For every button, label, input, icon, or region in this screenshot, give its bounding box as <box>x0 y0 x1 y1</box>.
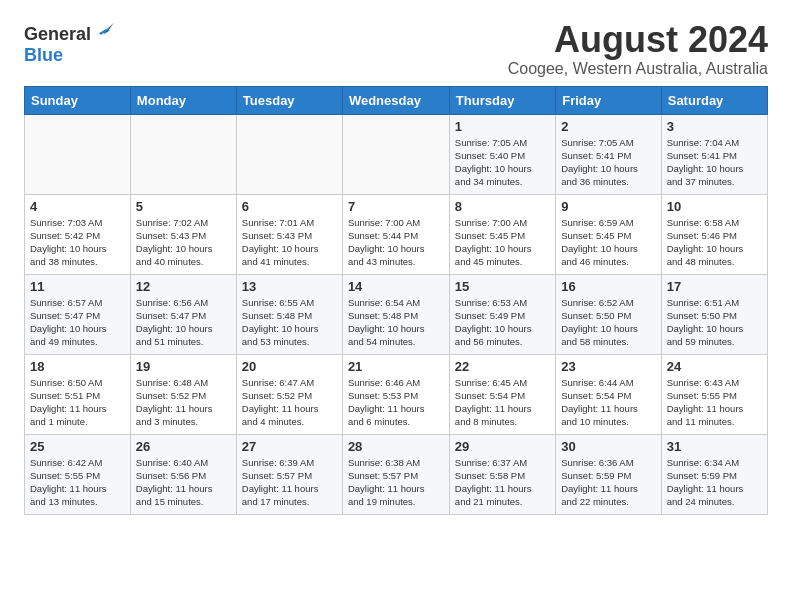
week-row-5: 25Sunrise: 6:42 AMSunset: 5:55 PMDayligh… <box>25 434 768 514</box>
header-day-tuesday: Tuesday <box>236 86 342 114</box>
calendar-table: SundayMondayTuesdayWednesdayThursdayFrid… <box>24 86 768 515</box>
day-detail: Sunrise: 6:59 AMSunset: 5:45 PMDaylight:… <box>561 216 656 269</box>
day-detail: Sunrise: 7:01 AMSunset: 5:43 PMDaylight:… <box>242 216 337 269</box>
day-cell: 25Sunrise: 6:42 AMSunset: 5:55 PMDayligh… <box>25 434 131 514</box>
day-cell: 30Sunrise: 6:36 AMSunset: 5:59 PMDayligh… <box>556 434 662 514</box>
day-detail: Sunrise: 6:57 AMSunset: 5:47 PMDaylight:… <box>30 296 125 349</box>
day-number: 3 <box>667 119 762 134</box>
header-day-monday: Monday <box>130 86 236 114</box>
day-number: 22 <box>455 359 550 374</box>
day-detail: Sunrise: 7:00 AMSunset: 5:45 PMDaylight:… <box>455 216 550 269</box>
day-detail: Sunrise: 6:47 AMSunset: 5:52 PMDaylight:… <box>242 376 337 429</box>
day-cell: 19Sunrise: 6:48 AMSunset: 5:52 PMDayligh… <box>130 354 236 434</box>
header: General Blue August 2024 Coogee, Western… <box>24 20 768 78</box>
day-cell: 17Sunrise: 6:51 AMSunset: 5:50 PMDayligh… <box>661 274 767 354</box>
day-detail: Sunrise: 6:56 AMSunset: 5:47 PMDaylight:… <box>136 296 231 349</box>
day-cell: 31Sunrise: 6:34 AMSunset: 5:59 PMDayligh… <box>661 434 767 514</box>
day-detail: Sunrise: 6:40 AMSunset: 5:56 PMDaylight:… <box>136 456 231 509</box>
day-cell: 28Sunrise: 6:38 AMSunset: 5:57 PMDayligh… <box>342 434 449 514</box>
day-cell: 14Sunrise: 6:54 AMSunset: 5:48 PMDayligh… <box>342 274 449 354</box>
day-number: 14 <box>348 279 444 294</box>
header-day-friday: Friday <box>556 86 662 114</box>
day-detail: Sunrise: 7:03 AMSunset: 5:42 PMDaylight:… <box>30 216 125 269</box>
day-number: 1 <box>455 119 550 134</box>
header-day-thursday: Thursday <box>449 86 555 114</box>
day-detail: Sunrise: 6:55 AMSunset: 5:48 PMDaylight:… <box>242 296 337 349</box>
day-cell: 10Sunrise: 6:58 AMSunset: 5:46 PMDayligh… <box>661 194 767 274</box>
day-detail: Sunrise: 6:39 AMSunset: 5:57 PMDaylight:… <box>242 456 337 509</box>
day-cell: 16Sunrise: 6:52 AMSunset: 5:50 PMDayligh… <box>556 274 662 354</box>
week-row-1: 1Sunrise: 7:05 AMSunset: 5:40 PMDaylight… <box>25 114 768 194</box>
day-cell: 24Sunrise: 6:43 AMSunset: 5:55 PMDayligh… <box>661 354 767 434</box>
day-detail: Sunrise: 7:02 AMSunset: 5:43 PMDaylight:… <box>136 216 231 269</box>
day-number: 18 <box>30 359 125 374</box>
day-detail: Sunrise: 7:05 AMSunset: 5:41 PMDaylight:… <box>561 136 656 189</box>
day-number: 5 <box>136 199 231 214</box>
day-cell: 27Sunrise: 6:39 AMSunset: 5:57 PMDayligh… <box>236 434 342 514</box>
day-number: 12 <box>136 279 231 294</box>
day-cell <box>25 114 131 194</box>
day-number: 16 <box>561 279 656 294</box>
day-cell: 13Sunrise: 6:55 AMSunset: 5:48 PMDayligh… <box>236 274 342 354</box>
week-row-4: 18Sunrise: 6:50 AMSunset: 5:51 PMDayligh… <box>25 354 768 434</box>
day-cell: 1Sunrise: 7:05 AMSunset: 5:40 PMDaylight… <box>449 114 555 194</box>
day-number: 24 <box>667 359 762 374</box>
day-number: 13 <box>242 279 337 294</box>
day-number: 8 <box>455 199 550 214</box>
day-cell: 4Sunrise: 7:03 AMSunset: 5:42 PMDaylight… <box>25 194 131 274</box>
day-cell <box>236 114 342 194</box>
day-cell: 6Sunrise: 7:01 AMSunset: 5:43 PMDaylight… <box>236 194 342 274</box>
day-number: 26 <box>136 439 231 454</box>
day-cell: 11Sunrise: 6:57 AMSunset: 5:47 PMDayligh… <box>25 274 131 354</box>
day-detail: Sunrise: 6:34 AMSunset: 5:59 PMDaylight:… <box>667 456 762 509</box>
day-number: 15 <box>455 279 550 294</box>
day-cell: 12Sunrise: 6:56 AMSunset: 5:47 PMDayligh… <box>130 274 236 354</box>
day-cell: 5Sunrise: 7:02 AMSunset: 5:43 PMDaylight… <box>130 194 236 274</box>
day-number: 21 <box>348 359 444 374</box>
day-number: 17 <box>667 279 762 294</box>
week-row-3: 11Sunrise: 6:57 AMSunset: 5:47 PMDayligh… <box>25 274 768 354</box>
header-row: SundayMondayTuesdayWednesdayThursdayFrid… <box>25 86 768 114</box>
day-cell <box>342 114 449 194</box>
day-cell: 2Sunrise: 7:05 AMSunset: 5:41 PMDaylight… <box>556 114 662 194</box>
header-day-wednesday: Wednesday <box>342 86 449 114</box>
logo-bird-icon <box>93 20 115 42</box>
day-detail: Sunrise: 6:52 AMSunset: 5:50 PMDaylight:… <box>561 296 656 349</box>
day-detail: Sunrise: 7:05 AMSunset: 5:40 PMDaylight:… <box>455 136 550 189</box>
day-cell: 26Sunrise: 6:40 AMSunset: 5:56 PMDayligh… <box>130 434 236 514</box>
day-cell: 15Sunrise: 6:53 AMSunset: 5:49 PMDayligh… <box>449 274 555 354</box>
day-number: 11 <box>30 279 125 294</box>
day-detail: Sunrise: 6:36 AMSunset: 5:59 PMDaylight:… <box>561 456 656 509</box>
day-number: 28 <box>348 439 444 454</box>
day-detail: Sunrise: 6:53 AMSunset: 5:49 PMDaylight:… <box>455 296 550 349</box>
day-number: 10 <box>667 199 762 214</box>
day-number: 29 <box>455 439 550 454</box>
day-number: 20 <box>242 359 337 374</box>
day-number: 27 <box>242 439 337 454</box>
day-detail: Sunrise: 6:48 AMSunset: 5:52 PMDaylight:… <box>136 376 231 429</box>
day-cell: 9Sunrise: 6:59 AMSunset: 5:45 PMDaylight… <box>556 194 662 274</box>
day-detail: Sunrise: 6:58 AMSunset: 5:46 PMDaylight:… <box>667 216 762 269</box>
day-cell: 20Sunrise: 6:47 AMSunset: 5:52 PMDayligh… <box>236 354 342 434</box>
day-cell: 8Sunrise: 7:00 AMSunset: 5:45 PMDaylight… <box>449 194 555 274</box>
day-detail: Sunrise: 6:43 AMSunset: 5:55 PMDaylight:… <box>667 376 762 429</box>
day-cell <box>130 114 236 194</box>
day-number: 9 <box>561 199 656 214</box>
calendar-title: August 2024 <box>508 20 768 60</box>
day-cell: 29Sunrise: 6:37 AMSunset: 5:58 PMDayligh… <box>449 434 555 514</box>
logo-blue-text: Blue <box>24 45 63 65</box>
day-cell: 18Sunrise: 6:50 AMSunset: 5:51 PMDayligh… <box>25 354 131 434</box>
svg-marker-1 <box>103 22 113 34</box>
day-number: 25 <box>30 439 125 454</box>
day-detail: Sunrise: 6:38 AMSunset: 5:57 PMDaylight:… <box>348 456 444 509</box>
day-detail: Sunrise: 6:42 AMSunset: 5:55 PMDaylight:… <box>30 456 125 509</box>
day-number: 6 <box>242 199 337 214</box>
day-detail: Sunrise: 6:44 AMSunset: 5:54 PMDaylight:… <box>561 376 656 429</box>
day-detail: Sunrise: 6:37 AMSunset: 5:58 PMDaylight:… <box>455 456 550 509</box>
day-cell: 21Sunrise: 6:46 AMSunset: 5:53 PMDayligh… <box>342 354 449 434</box>
day-detail: Sunrise: 7:00 AMSunset: 5:44 PMDaylight:… <box>348 216 444 269</box>
week-row-2: 4Sunrise: 7:03 AMSunset: 5:42 PMDaylight… <box>25 194 768 274</box>
svg-marker-0 <box>99 22 114 34</box>
day-cell: 23Sunrise: 6:44 AMSunset: 5:54 PMDayligh… <box>556 354 662 434</box>
logo-text: General Blue <box>24 24 115 66</box>
